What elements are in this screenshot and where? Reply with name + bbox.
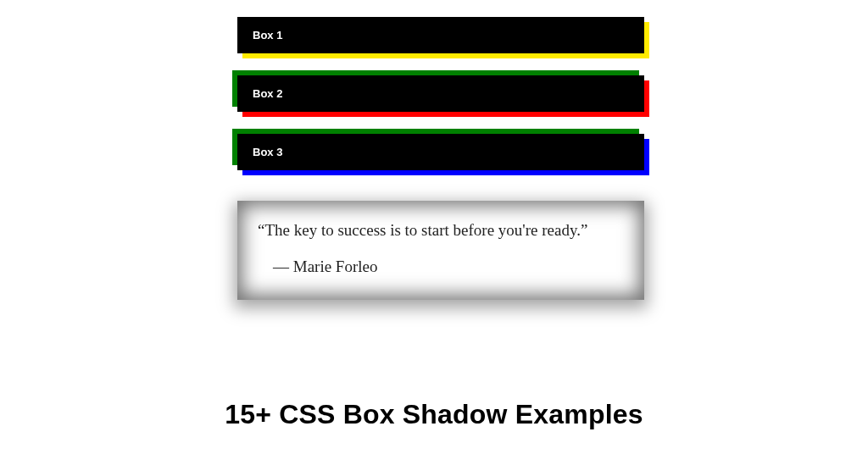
quote-text: “The key to success is to start before y… bbox=[258, 219, 624, 242]
box-shadow-example-1: Box 1 bbox=[237, 17, 644, 53]
page-title: 15+ CSS Box Shadow Examples bbox=[0, 399, 868, 430]
box-1-label: Box 1 bbox=[253, 29, 282, 42]
quote-card: “The key to success is to start before y… bbox=[237, 201, 644, 300]
box-shadow-example-3: Box 3 bbox=[237, 134, 644, 170]
box-2-label: Box 2 bbox=[253, 87, 282, 100]
examples-container: Box 1 Box 2 Box 3 “The key to success is… bbox=[237, 17, 644, 300]
quote-author: — Marie Forleo bbox=[273, 257, 624, 276]
box-shadow-example-2: Box 2 bbox=[237, 75, 644, 112]
box-3-label: Box 3 bbox=[253, 146, 282, 158]
